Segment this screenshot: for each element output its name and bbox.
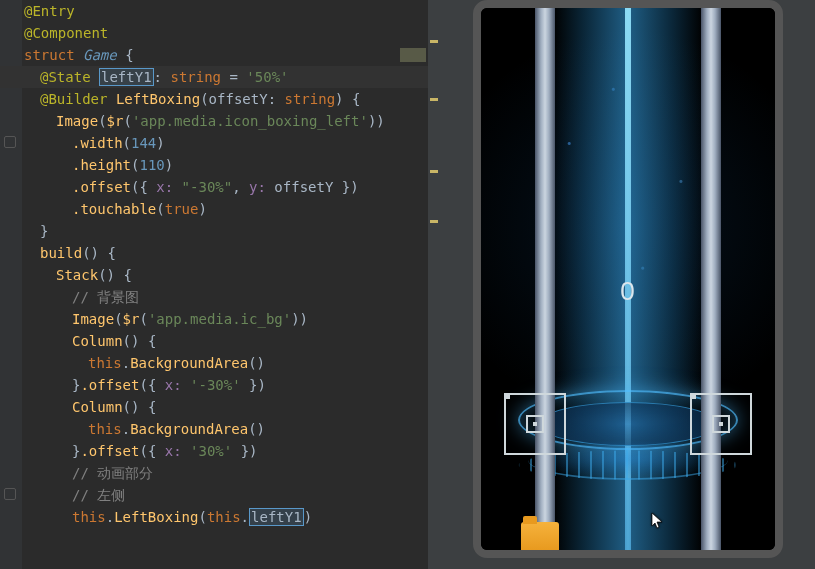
ref-leftY1: leftY1 <box>249 508 304 526</box>
device-simulator[interactable]: 0 <box>473 0 783 558</box>
state-var-leftY1: leftY1 <box>99 68 154 86</box>
rail-right <box>701 8 721 550</box>
mouse-cursor-icon <box>651 512 665 530</box>
decorator-component: @Component <box>24 25 108 41</box>
decorator-entry: @Entry <box>24 3 75 19</box>
preview-panel: 0 <box>440 0 815 569</box>
gutter-marker <box>4 136 16 148</box>
code-editor[interactable]: @Entry @Component struct Game { @State l… <box>0 0 440 569</box>
score-display: 0 <box>620 276 634 307</box>
target-box-left[interactable] <box>504 393 566 455</box>
target-box-right[interactable] <box>690 393 752 455</box>
code-content[interactable]: @Entry @Component struct Game { @State l… <box>22 0 440 528</box>
rail-left <box>535 8 555 550</box>
folder-icon[interactable] <box>521 522 559 550</box>
gutter-marker <box>4 488 16 500</box>
